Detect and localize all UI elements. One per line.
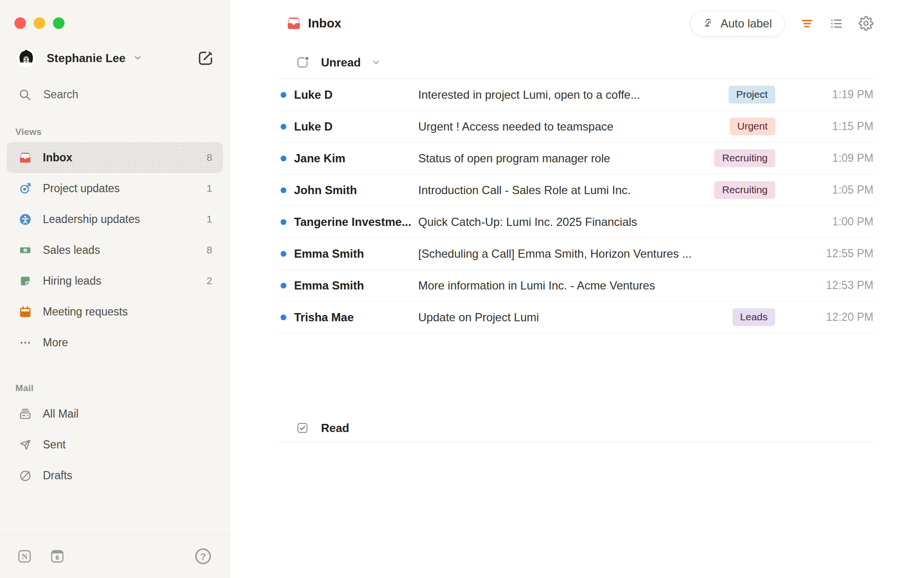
email-row[interactable]: Emma Smith More information in Lumi Inc.… <box>278 270 873 302</box>
email-row[interactable]: Trisha Mae Update on Project Lumi Leads … <box>278 302 873 333</box>
sidebar-item-count: 1 <box>206 213 212 225</box>
main-header: Inbox Auto label <box>230 0 924 47</box>
sidebar-item-all-mail[interactable]: All Mail <box>7 398 223 429</box>
email-label-badge[interactable]: Leads <box>732 308 775 326</box>
close-button[interactable] <box>14 17 26 29</box>
note-fold-icon <box>19 275 32 288</box>
email-subject: Update on Project Lumi <box>418 311 721 324</box>
sidebar-item-label: Leadership updates <box>43 213 140 226</box>
sidebar-item-label: Drafts <box>43 469 72 482</box>
search-input[interactable]: Search <box>18 84 215 105</box>
email-label-badge[interactable]: Project <box>729 86 775 104</box>
unread-dot <box>281 219 286 225</box>
email-subject: More information in Lumi Inc. - Acme Ven… <box>418 279 805 292</box>
unread-section-header[interactable]: Unread <box>278 47 873 79</box>
sidebar-item-inbox[interactable]: Inbox 8 <box>7 142 223 173</box>
search-icon <box>18 88 31 101</box>
sidebar-item-sales-leads[interactable]: Sales leads 8 <box>7 235 223 265</box>
sidebar-item-label: Meeting requests <box>43 305 128 318</box>
unread-dot <box>281 156 286 161</box>
email-subject: Quick Catch-Up: Lumi Inc. 2025 Financial… <box>418 215 805 229</box>
views-section-label: Views <box>15 127 230 137</box>
mail-section-label: Mail <box>15 383 230 394</box>
read-section-label: Read <box>321 421 349 435</box>
email-list: Unread Luke D Interested in project Lumi… <box>278 47 873 442</box>
email-time: 1:05 PM <box>817 184 873 197</box>
email-row[interactable]: Tangerine Investme... Quick Catch-Up: Lu… <box>278 206 873 238</box>
email-sender: Trisha Mae <box>294 311 418 324</box>
calendar-icon <box>19 305 32 318</box>
email-sender: Emma Smith <box>294 247 418 261</box>
auto-label-button[interactable]: Auto label <box>690 11 785 37</box>
svg-text:N: N <box>22 552 27 561</box>
zoom-button[interactable] <box>53 17 64 29</box>
target-icon <box>19 182 32 195</box>
sidebar-item-label: Hiring leads <box>43 275 101 288</box>
email-time: 1:00 PM <box>817 215 873 228</box>
email-label-badge[interactable]: Recruiting <box>714 181 775 199</box>
svg-text:6: 6 <box>55 554 59 561</box>
unread-square-dot-icon <box>296 56 309 69</box>
notion-app-icon[interactable]: N <box>17 549 32 564</box>
email-subject: Interested in project Lumi, open to a co… <box>418 88 717 102</box>
account-switcher[interactable]: Stephanie Lee <box>16 48 215 68</box>
ellipsis-icon <box>19 336 32 349</box>
sidebar-footer: N 6 ? <box>0 534 230 578</box>
inbox-icon <box>19 151 32 164</box>
banknote-icon <box>19 244 32 257</box>
sidebar-item-more[interactable]: More <box>7 327 223 358</box>
auto-label-face-icon <box>701 17 715 30</box>
email-sender: Tangerine Investme... <box>294 215 418 229</box>
email-sender: Luke D <box>294 120 418 133</box>
email-row[interactable]: Luke D Urgent ! Access needed to teamspa… <box>278 111 873 143</box>
sidebar-item-label: Project updates <box>43 182 120 195</box>
email-time: 1:15 PM <box>817 120 873 133</box>
paper-plane-icon <box>19 438 32 451</box>
window-controls <box>0 0 230 29</box>
help-icon[interactable]: ? <box>194 547 212 565</box>
list-view-icon[interactable] <box>826 13 847 34</box>
email-row[interactable]: Luke D Interested in project Lumi, open … <box>278 79 873 111</box>
compose-button[interactable] <box>196 49 215 68</box>
svg-text:?: ? <box>200 551 206 561</box>
email-time: 12:53 PM <box>817 279 873 292</box>
chevron-down-icon[interactable] <box>371 57 382 70</box>
chevron-down-icon <box>132 53 143 65</box>
sidebar-item-meeting-requests[interactable]: Meeting requests <box>7 296 223 327</box>
email-row[interactable]: John Smith Introduction Call - Sales Rol… <box>278 174 873 206</box>
email-time: 12:20 PM <box>817 311 873 324</box>
auto-label-text: Auto label <box>720 17 772 30</box>
email-label-badge[interactable]: Recruiting <box>714 149 775 167</box>
email-row[interactable]: Emma Smith [Scheduling a Call] Emma Smit… <box>278 238 873 270</box>
sidebar-item-drafts[interactable]: Drafts <box>7 460 223 491</box>
page-title: Inbox <box>308 16 341 31</box>
calendar-app-icon[interactable]: 6 <box>50 549 64 564</box>
email-time: 1:09 PM <box>817 152 873 165</box>
minimize-button[interactable] <box>34 17 45 29</box>
email-time: 12:55 PM <box>817 247 873 260</box>
email-subject: [Scheduling a Call] Emma Smith, Horizon … <box>418 247 805 261</box>
avatar <box>16 48 36 68</box>
account-name: Stephanie Lee <box>47 52 126 65</box>
search-label: Search <box>43 88 78 101</box>
read-section-header[interactable]: Read <box>278 414 873 442</box>
email-subject: Introduction Call - Sales Role at Lumi I… <box>418 184 703 197</box>
unread-dot <box>281 187 286 193</box>
accessibility-person-icon <box>19 213 32 226</box>
sidebar-item-leadership-updates[interactable]: Leadership updates 1 <box>7 204 223 235</box>
email-label-badge[interactable]: Urgent <box>730 118 775 135</box>
sidebar-item-sent[interactable]: Sent <box>7 429 223 460</box>
checked-checkbox-icon <box>296 421 309 435</box>
email-row[interactable]: Jane Kim Status of open program manager … <box>278 143 873 174</box>
email-time: 1:19 PM <box>817 88 873 101</box>
filter-icon[interactable] <box>796 13 818 34</box>
unread-dot <box>281 251 286 257</box>
unread-dot <box>281 315 286 320</box>
sidebar-item-count: 8 <box>206 152 212 163</box>
email-sender: Emma Smith <box>294 279 418 292</box>
sidebar-item-hiring-leads[interactable]: Hiring leads 2 <box>7 265 223 296</box>
unread-dot <box>281 283 286 289</box>
sidebar-item-project-updates[interactable]: Project updates 1 <box>7 173 223 204</box>
email-sender: Luke D <box>294 88 418 102</box>
gear-icon[interactable] <box>855 13 876 34</box>
